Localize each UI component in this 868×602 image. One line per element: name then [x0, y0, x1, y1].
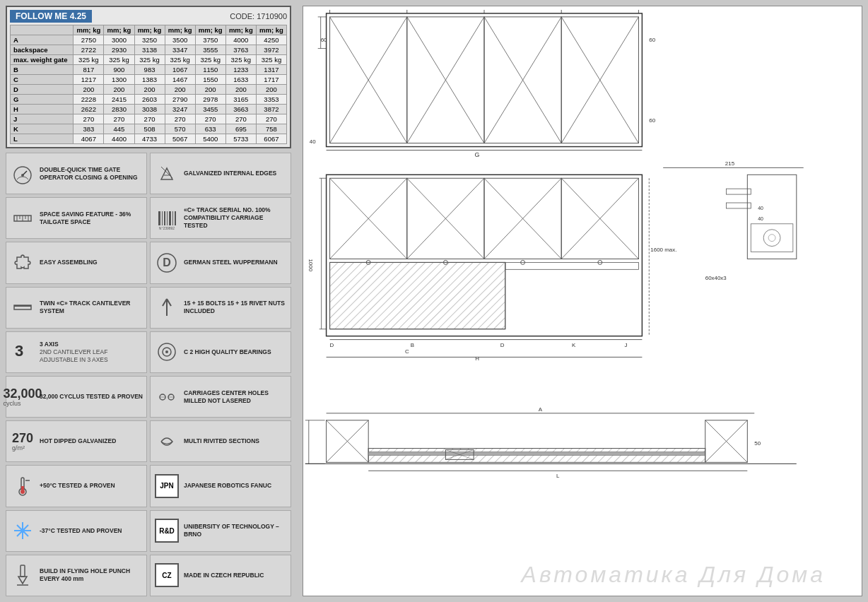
table-cell: 2722	[74, 45, 104, 55]
left-panel: FOLLOW ME 4.25 CODE: 1710900 mm; kg mm; …	[0, 0, 297, 602]
table-cell: 325 kg	[104, 55, 134, 65]
feature-text: GALVANIZED INTERNAL EDGES	[184, 170, 276, 177]
svg-rect-15	[167, 211, 168, 225]
table-cell: 200	[104, 85, 134, 95]
table-cell: 270	[195, 114, 225, 124]
table-cell: 200	[195, 85, 225, 95]
table-cell: 4067	[74, 134, 104, 144]
table-col-4: mm; kg	[165, 25, 195, 35]
svg-point-135	[763, 230, 780, 247]
svg-marker-3	[161, 168, 172, 179]
svg-point-38	[20, 490, 25, 494]
table-cell: 758	[256, 124, 286, 134]
feature-item: JPN JAPANESE ROBOTICS FANUC	[150, 465, 291, 507]
table-cell: 1717	[256, 75, 286, 85]
feature-item: 270 g/m² HOT DIPPED GALVANIZED	[6, 420, 147, 462]
table-cell: 270	[74, 114, 104, 124]
svg-text:215: 215	[725, 160, 735, 167]
feature-item: SPACE SAVING FEATURE - 36% TAILGATE SPAC…	[6, 197, 147, 239]
table-cell: 445	[104, 124, 134, 134]
table-cell: 3972	[256, 45, 286, 55]
feature-item: EASY ASSEMBLING	[6, 242, 147, 283]
svg-text:L: L	[556, 473, 560, 479]
table-cell: 325 kg	[74, 55, 104, 65]
table-cell: 270	[165, 114, 195, 124]
table-cell: 2830	[104, 105, 134, 114]
middle-view: 1000 1600 max. D B D C K J H	[307, 175, 676, 362]
letter-d-icon: D	[154, 250, 180, 276]
feature-text: GERMAN STEEL WUPPERMANN	[184, 259, 278, 266]
galv-270-icon: 270 g/m²	[10, 429, 35, 454]
svg-text:B: B	[411, 342, 414, 348]
table-row-label: H	[11, 105, 74, 114]
table-header-row: FOLLOW ME 4.25 CODE: 1710900	[10, 10, 287, 23]
feature-text: 3 AXIS2ND CANTILEVER LEAF ADJUSTABLE IN …	[40, 341, 143, 364]
svg-text:40: 40	[310, 138, 316, 145]
svg-text:A: A	[539, 406, 543, 413]
feature-text: JAPANESE ROBOTICS FANUC	[184, 482, 271, 490]
feature-text: MADE IN CZECH REPUBLIC	[184, 572, 264, 579]
product-title: FOLLOW ME 4.25	[10, 10, 92, 23]
table-cell: 2622	[74, 105, 104, 114]
table-cell: 1317	[256, 65, 286, 75]
svg-rect-90	[505, 262, 639, 269]
svg-text:K: K	[572, 342, 576, 348]
svg-rect-16	[169, 211, 171, 225]
table-cell: 900	[104, 65, 134, 75]
feature-item: GALVANIZED INTERNAL EDGES	[150, 153, 291, 194]
table-row-label: C	[11, 75, 74, 85]
svg-rect-116	[368, 452, 705, 455]
feature-item: 3 3 AXIS2ND CANTILEVER LEAF ADJUSTABLE I…	[6, 331, 147, 373]
table-row-label: max. weight gate	[11, 55, 74, 65]
snowflake-icon	[10, 518, 35, 543]
svg-rect-18	[175, 211, 176, 225]
svg-point-2	[21, 174, 24, 177]
svg-text:D: D	[330, 342, 334, 348]
speedometer-icon	[10, 161, 35, 187]
table-cell: 2790	[165, 95, 195, 105]
feature-text: TWIN «C» TRACK CANTILEVER SYSTEM	[40, 300, 143, 315]
table-row-label: backspace	[11, 45, 74, 55]
table-cell: 633	[195, 124, 225, 134]
table-cell: 695	[225, 124, 256, 134]
table-cell: 4400	[104, 134, 134, 144]
table-cell: 817	[74, 65, 104, 75]
feature-text: CARRIAGES CENTER HOLES MILLED NOT LASERE…	[184, 389, 287, 405]
table-cell: 2415	[104, 95, 134, 105]
features-section: DOUBLE-QUICK TIME GATE OPERATOR CLOSING …	[6, 153, 291, 596]
svg-rect-17	[172, 211, 173, 225]
table-row-label: J	[11, 114, 74, 124]
svg-rect-14	[164, 211, 165, 225]
table-cell: 3763	[225, 45, 256, 55]
bearing-icon	[154, 339, 180, 365]
svg-point-44	[20, 529, 25, 533]
axis-3-icon: 3	[10, 339, 35, 365]
table-cell: 270	[256, 114, 286, 124]
svg-text:1600 max.: 1600 max.	[650, 247, 676, 254]
feature-item: 15 + 15 BOLTS 15 + 15 RIVET NUTS INCLUDE…	[150, 287, 291, 329]
table-cell: 3500	[165, 35, 195, 45]
svg-text:D: D	[163, 256, 171, 268]
jpn-icon: JPN	[154, 473, 180, 499]
table-cell: 3247	[165, 105, 195, 114]
svg-point-30	[165, 350, 168, 353]
table-cell: 3872	[256, 105, 286, 114]
table-cell: 1150	[195, 65, 225, 75]
svg-rect-13	[162, 211, 163, 225]
feature-item: R&D UNIBERSITY OF TECHNOLOGY – BRNO	[150, 510, 291, 552]
puzzle-icon	[10, 250, 35, 276]
feature-text: HOT DIPPED GALVANIZED	[40, 437, 116, 445]
feature-text: DOUBLE-QUICK TIME GATE OPERATOR CLOSING …	[40, 166, 143, 182]
svg-rect-45	[20, 565, 25, 577]
feature-text: -37°C TESTED AND PROVEN	[40, 527, 122, 535]
table-cell: 325 kg	[134, 55, 165, 65]
table-cell: 325 kg	[225, 55, 256, 65]
table-cell: 4733	[134, 134, 165, 144]
table-row-label: D	[11, 85, 74, 95]
svg-text:C: C	[405, 348, 409, 355]
svg-rect-89	[330, 262, 505, 329]
barcode-icon: N°239892	[154, 206, 180, 231]
right-panel: Valid for gate frame 60x40	[297, 0, 868, 602]
table-cell: 3555	[195, 45, 225, 55]
feature-text: UNIBERSITY OF TECHNOLOGY – BRNO	[184, 523, 287, 538]
